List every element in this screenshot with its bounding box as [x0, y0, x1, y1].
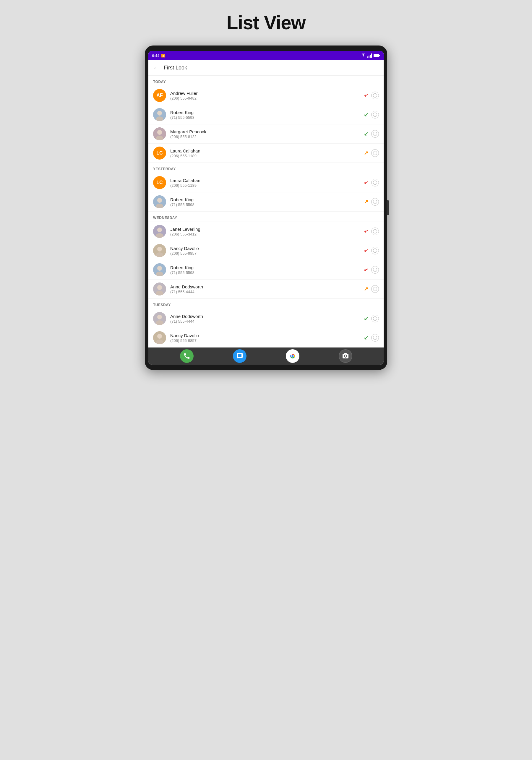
info-icon [373, 132, 377, 136]
svg-rect-2 [370, 55, 371, 58]
info-button[interactable] [371, 266, 379, 274]
contact-name: Laura Callahan [170, 148, 364, 153]
contact-row[interactable]: Janet Leverling (206) 555-3412 ↗ [148, 222, 384, 241]
contact-info: Robert King (71) 555-5598 [170, 110, 364, 120]
info-icon [373, 151, 377, 155]
contact-info: Anne Dodsworth (71) 555-4444 [170, 284, 364, 294]
contact-info: Margaret Peacock (206) 555-8122 [170, 129, 364, 139]
svg-rect-19 [375, 133, 375, 135]
contact-row[interactable]: AF Andrew Fuller (206) 555-9482 ↗ [148, 86, 384, 105]
contact-name: Robert King [170, 110, 364, 115]
nav-camera-button[interactable] [339, 349, 352, 363]
info-button[interactable] [371, 334, 379, 342]
contact-row[interactable]: Robert King (71) 555-5598 ↗ [148, 260, 384, 279]
call-status-icon: ↗ [364, 266, 368, 273]
contact-phone: (206) 555-8122 [170, 134, 364, 139]
svg-point-72 [291, 355, 294, 357]
contact-actions: ↙ [364, 334, 379, 342]
contact-avatar [153, 263, 166, 276]
svg-point-68 [375, 337, 375, 337]
contact-row[interactable]: Anne Dodsworth (71) 555-4444 ↗ [148, 279, 384, 299]
call-status-icon: ↙ [364, 131, 368, 137]
contact-actions: ↗ [364, 149, 379, 157]
svg-rect-0 [367, 57, 368, 58]
list-content: TODAY AF Andrew Fuller (206) 555-9482 ↗ [148, 76, 384, 348]
contact-name: Robert King [170, 265, 364, 270]
contact-phone: (206) 555-9482 [170, 96, 364, 101]
side-button [387, 200, 389, 215]
status-icons [361, 54, 380, 58]
call-status-icon: ↙ [364, 335, 368, 341]
contact-avatar [153, 108, 166, 121]
contact-row[interactable]: Nancy Davolio (206) 555-9857 ↙ [148, 328, 384, 348]
contact-row[interactable]: Robert King (71) 555-5598 ↗ [148, 192, 384, 212]
contact-info: Andrew Fuller (206) 555-9482 [170, 91, 364, 101]
contact-info: Robert King (71) 555-5598 [170, 265, 364, 275]
contact-name: Margaret Peacock [170, 129, 364, 134]
contact-row[interactable]: Margaret Peacock (206) 555-8122 ↙ [148, 124, 384, 144]
info-button[interactable] [371, 198, 379, 206]
contact-actions: ↙ [364, 130, 379, 138]
app-bar: ← First Look [148, 60, 384, 76]
svg-point-46 [157, 266, 162, 271]
contact-name: Andrew Fuller [170, 91, 364, 96]
contact-phone: (71) 555-4444 [170, 319, 364, 323]
info-icon [373, 200, 377, 204]
info-button[interactable] [371, 92, 379, 99]
battery-icon [373, 54, 380, 57]
svg-rect-49 [375, 269, 375, 271]
contact-actions: ↗ [364, 247, 379, 255]
info-button[interactable] [371, 111, 379, 119]
contact-phone: (206) 555-9857 [170, 251, 364, 256]
info-icon [373, 113, 377, 117]
back-button[interactable]: ← [153, 65, 159, 71]
contact-avatar [153, 282, 166, 296]
contact-actions: ↗ [364, 227, 379, 235]
contact-info: Nancy Davolio (206) 555-9857 [170, 246, 364, 256]
svg-rect-43 [375, 250, 375, 252]
svg-rect-37 [375, 231, 375, 233]
contact-row[interactable]: LC Laura Callahan (206) 555-1189 ↗ [148, 144, 384, 163]
contact-avatar [153, 195, 166, 208]
svg-point-14 [375, 114, 375, 114]
svg-rect-13 [375, 114, 375, 116]
nav-chrome-button[interactable] [286, 349, 299, 363]
contact-phone: (206) 555-9857 [170, 338, 364, 343]
contact-info: Nancy Davolio (206) 555-9857 [170, 333, 364, 343]
svg-point-26 [375, 181, 375, 182]
info-icon [373, 93, 377, 98]
call-status-icon: ↗ [364, 150, 368, 156]
info-button[interactable] [371, 149, 379, 157]
svg-point-8 [375, 94, 375, 95]
contact-row[interactable]: Nancy Davolio (206) 555-9857 ↗ [148, 241, 384, 260]
info-button[interactable] [371, 315, 379, 322]
svg-point-40 [157, 247, 162, 252]
info-icon [373, 229, 377, 233]
status-time: 6:44 📶 [152, 54, 165, 58]
info-button[interactable] [371, 130, 379, 138]
svg-rect-4 [373, 54, 379, 57]
camera-icon [342, 353, 349, 359]
contact-row[interactable]: Anne Dodsworth (71) 555-4444 ↙ [148, 309, 384, 328]
info-button[interactable] [371, 179, 379, 186]
info-button[interactable] [371, 285, 379, 293]
contact-phone: (71) 555-5598 [170, 202, 364, 207]
svg-rect-61 [375, 318, 375, 320]
info-button[interactable] [371, 247, 379, 255]
nav-messages-button[interactable] [233, 349, 247, 363]
contact-avatar [153, 312, 166, 325]
svg-rect-31 [375, 202, 375, 203]
call-status-icon: ↗ [364, 92, 368, 99]
nav-phone-button[interactable] [180, 349, 194, 363]
contact-name: Anne Dodsworth [170, 284, 364, 289]
info-icon [373, 316, 377, 321]
info-button[interactable] [371, 227, 379, 235]
contact-name: Robert King [170, 197, 364, 202]
contact-row[interactable]: Robert King (71) 555-5598 ↙ [148, 105, 384, 124]
svg-point-73 [345, 355, 346, 357]
svg-rect-25 [375, 182, 375, 184]
info-icon [373, 180, 377, 185]
contact-row[interactable]: LC Laura Callahan (206) 555-1189 ↗ [148, 173, 384, 192]
svg-rect-3 [371, 54, 372, 58]
call-status-icon: ↙ [364, 315, 368, 322]
